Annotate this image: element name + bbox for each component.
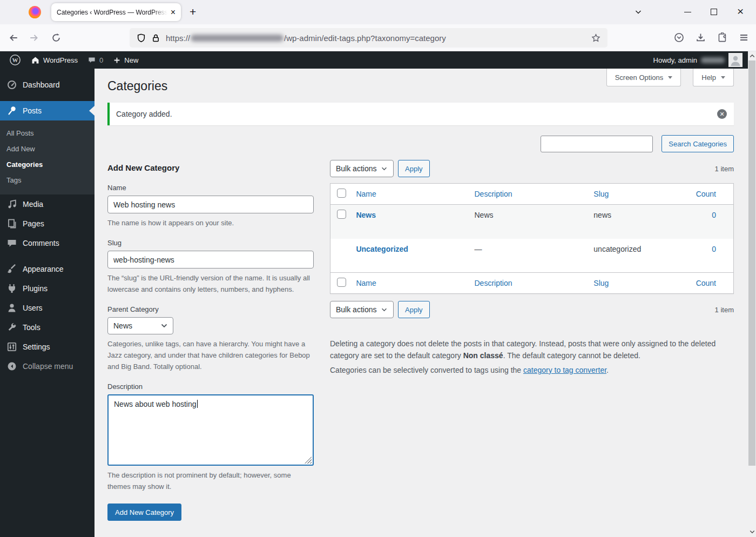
bulk-actions-select-bottom[interactable]: Bulk actions [330,301,394,318]
chevron-down-icon [668,76,672,79]
window-maximize-button[interactable] [711,8,717,15]
pocket-icon[interactable] [674,32,684,43]
chevron-down-icon [381,308,387,312]
page-scrollbar[interactable] [748,51,756,537]
adminbar-account[interactable]: Howdy, admin [653,53,742,67]
back-button[interactable] [9,33,18,43]
avatar [728,53,742,67]
sidebar-item-settings[interactable]: Settings [0,337,94,357]
table-row-news: News News news 0 [330,205,734,239]
scroll-up-icon[interactable] [748,51,756,60]
convert-note: Categories can be selectively converted … [330,364,734,376]
media-notes-icon [6,199,17,210]
submenu-tags[interactable]: Tags [0,172,94,188]
lock-icon[interactable] [151,33,160,43]
forward-button[interactable] [29,33,39,43]
window-close-button[interactable]: × [737,7,744,16]
wp-sidebar: Dashboard Posts All Posts Add New Catego… [0,69,94,537]
category-to-tag-converter-link[interactable]: category to tag converter [523,366,606,374]
description-textarea[interactable]: News about web hosting [107,394,314,466]
categories-list: Bulk actions Apply 1 item Name Descripti… [330,160,734,376]
firefox-logo-icon[interactable] [29,6,41,18]
bulk-actions-select-top[interactable]: Bulk actions [330,160,394,177]
comment-bubble-icon [87,56,96,64]
category-name-link[interactable]: Uncategorized [356,245,408,253]
screen-options-button[interactable]: Screen Options [606,69,681,86]
column-footer-slug[interactable]: Slug [588,273,690,294]
name-help: The name is how it appears on your site. [107,217,314,229]
downloads-icon[interactable] [696,32,706,43]
sidebar-item-pages[interactable]: Pages [0,214,94,233]
select-all-checkbox[interactable] [337,189,346,198]
items-count-bottom: 1 item [715,306,734,314]
url-text: https:///wp-admin/edit-tags.php?taxonomy… [166,33,446,43]
home-icon [31,56,40,65]
add-new-category-button[interactable]: Add New Category [107,504,181,521]
categories-table: Name Description Slug Count News News ne… [330,183,734,294]
menu-hamburger-icon[interactable] [739,32,749,43]
column-header-count[interactable]: Count [691,184,734,205]
sidebar-item-posts[interactable]: Posts [0,101,94,120]
sidebar-item-dashboard[interactable]: Dashboard [0,75,94,95]
plus-icon [113,56,121,64]
slug-help: The “slug” is the URL-friendly version o… [107,272,314,295]
adminbar-site-link[interactable]: WordPress [26,51,83,69]
wp-logo-icon[interactable]: W [4,51,26,69]
help-button[interactable]: Help [693,69,734,86]
table-row-uncategorized: Uncategorized — uncategorized 0 [330,239,734,273]
new-tab-button[interactable]: + [190,5,196,18]
category-count-link[interactable]: 0 [712,245,716,253]
sidebar-item-appearance[interactable]: Appearance [0,259,94,279]
adminbar-new[interactable]: New [108,51,143,69]
wrench-icon [6,322,17,333]
sidebar-collapse-menu[interactable]: Collapse menu [0,357,94,376]
sidebar-item-plugins[interactable]: Plugins [0,279,94,298]
category-name-input[interactable] [107,196,314,213]
window-minimize-button[interactable] [684,8,691,12]
bookmark-star-icon[interactable] [591,33,600,43]
column-footer-name[interactable]: Name [350,273,469,294]
sliders-icon [6,341,17,352]
reload-button[interactable] [51,33,61,43]
submenu-all-posts[interactable]: All Posts [0,125,94,141]
comments-bubble-icon [6,238,17,249]
category-name-link[interactable]: News [356,211,376,219]
column-header-slug[interactable]: Slug [588,184,690,205]
tab-close-icon[interactable]: × [171,8,176,17]
posts-submenu: All Posts Add New Categories Tags [0,120,94,194]
chevron-down-icon [381,167,387,171]
sidebar-item-comments[interactable]: Comments [0,233,94,253]
svg-text:W: W [12,57,18,63]
submenu-categories[interactable]: Categories [0,157,94,172]
row-checkbox[interactable] [337,210,346,219]
apply-button-top[interactable]: Apply [398,160,430,177]
url-bar[interactable]: https:///wp-admin/edit-tags.php?taxonomy… [130,28,608,48]
submenu-add-new[interactable]: Add New [0,141,94,157]
category-count-link[interactable]: 0 [712,211,716,219]
category-slug-input[interactable] [107,251,314,268]
parent-category-select[interactable]: News [107,317,173,334]
sidebar-item-users[interactable]: Users [0,298,94,318]
column-footer-description[interactable]: Description [469,273,589,294]
column-footer-count[interactable]: Count [691,273,734,294]
form-heading: Add New Category [107,163,314,173]
blurred-username [701,57,725,63]
search-categories-button[interactable]: Search Categories [662,135,734,152]
resize-handle[interactable] [305,457,312,464]
extensions-puzzle-icon[interactable] [717,32,727,43]
select-all-checkbox-footer[interactable] [337,278,346,287]
scrollbar-thumb[interactable] [748,61,755,466]
main-content: Screen Options Help Categories Category … [94,69,748,537]
search-categories-input[interactable] [541,136,653,152]
sidebar-item-tools[interactable]: Tools [0,318,94,337]
sidebar-item-media[interactable]: Media [0,194,94,214]
dismiss-notice-icon[interactable]: ✕ [717,109,727,119]
scroll-down-icon[interactable] [748,527,756,536]
adminbar-comments[interactable]: 0 [83,51,108,69]
column-header-name[interactable]: Name [350,184,469,205]
apply-button-bottom[interactable]: Apply [398,301,430,318]
shield-icon[interactable] [137,33,146,43]
tab-list-chevron-icon[interactable] [634,8,643,16]
column-header-description[interactable]: Description [469,184,589,205]
browser-tab[interactable]: Categories ‹ WordPress — WordPress × [51,3,181,21]
